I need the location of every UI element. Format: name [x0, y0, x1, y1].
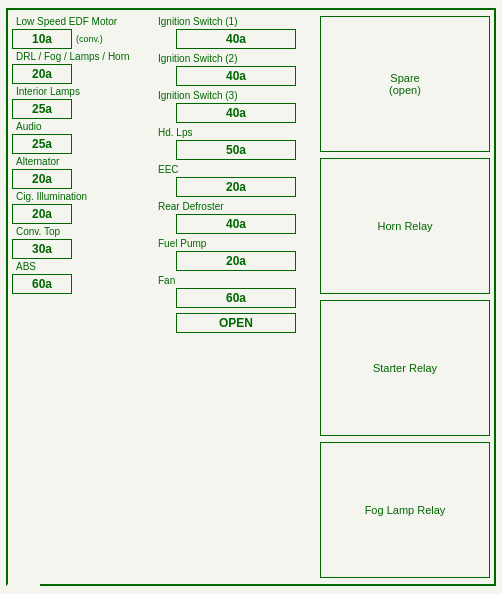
- fuse-value-rear-def: 40a: [176, 214, 296, 234]
- corner-cut: [6, 552, 40, 586]
- fuse-group-ign3: Ignition Switch (3) 40a: [156, 90, 316, 123]
- relay-label-fog-lamp: Fog Lamp Relay: [365, 504, 446, 516]
- relay-spare: Spare(open): [320, 16, 490, 152]
- fuse-label-interior: Interior Lamps: [12, 86, 80, 98]
- fuse-group-abs: ABS 60a: [12, 261, 152, 294]
- fuse-value-cig: 20a: [12, 204, 72, 224]
- fuse-value-audio: 25a: [12, 134, 72, 154]
- fuse-label-drl: DRL / Fog / Lamps / Horn: [12, 51, 130, 63]
- fuse-value-low-speed: 10a: [12, 29, 72, 49]
- fuse-box-diagram: Low Speed EDF Motor 10a (conv.) DRL / Fo…: [6, 8, 496, 586]
- fuse-label-cig: Cig. Illumination: [12, 191, 87, 203]
- relay-label-horn: Horn Relay: [377, 220, 432, 232]
- fuse-label-fuel-pump: Fuel Pump: [156, 238, 316, 250]
- relay-starter: Starter Relay: [320, 300, 490, 436]
- fuse-note-low-speed: (conv.): [76, 34, 103, 44]
- fuse-value-ign1: 40a: [176, 29, 296, 49]
- fuse-group-alternator: Alternator 20a: [12, 156, 152, 189]
- fuse-label-alternator: Alternator: [12, 156, 59, 168]
- mid-column: Ignition Switch (1) 40a Ignition Switch …: [156, 16, 316, 578]
- fuse-label-ign3: Ignition Switch (3): [156, 90, 316, 102]
- fuse-value-hdlps: 50a: [176, 140, 296, 160]
- fuse-group-ign2: Ignition Switch (2) 40a: [156, 53, 316, 86]
- fuse-label-hdlps: Hd. Lps: [156, 127, 316, 139]
- fuse-label-fan: Fan: [156, 275, 316, 287]
- relay-fog-lamp: Fog Lamp Relay: [320, 442, 490, 578]
- fuse-value-interior: 25a: [12, 99, 72, 119]
- fuse-value-drl: 20a: [12, 64, 72, 84]
- relay-label-starter: Starter Relay: [373, 362, 437, 374]
- fuse-group-rear-def: Rear Defroster 40a: [156, 201, 316, 234]
- fuse-value-fan: 60a: [176, 288, 296, 308]
- fuse-group-fuel-pump: Fuel Pump 20a: [156, 238, 316, 271]
- fuse-value-fuel-pump: 20a: [176, 251, 296, 271]
- fuse-label-rear-def: Rear Defroster: [156, 201, 316, 213]
- fuse-label-eec: EEC: [156, 164, 316, 176]
- fuse-group-cig: Cig. Illumination 20a: [12, 191, 152, 224]
- fuse-group-drl: DRL / Fog / Lamps / Horn 20a: [12, 51, 152, 84]
- fuse-value-ign3: 40a: [176, 103, 296, 123]
- fuse-label-ign1: Ignition Switch (1): [156, 16, 316, 28]
- fuse-value-ign2: 40a: [176, 66, 296, 86]
- fuse-group-eec: EEC 20a: [156, 164, 316, 197]
- fuse-label-abs: ABS: [12, 261, 36, 273]
- fuse-group-fan: Fan 60a: [156, 275, 316, 308]
- fuse-group-ign1: Ignition Switch (1) 40a: [156, 16, 316, 49]
- fuse-value-open: OPEN: [176, 313, 296, 333]
- fuse-group-low-speed: Low Speed EDF Motor 10a (conv.): [12, 16, 152, 49]
- fuse-label-ign2: Ignition Switch (2): [156, 53, 316, 65]
- fuse-group-hdlps: Hd. Lps 50a: [156, 127, 316, 160]
- relay-horn: Horn Relay: [320, 158, 490, 294]
- fuse-group-interior: Interior Lamps 25a: [12, 86, 152, 119]
- fuse-value-abs: 60a: [12, 274, 72, 294]
- fuse-value-alternator: 20a: [12, 169, 72, 189]
- fuse-group-open: OPEN: [156, 312, 316, 333]
- fuse-value-conv-top: 30a: [12, 239, 72, 259]
- right-column: Spare(open) Horn Relay Starter Relay Fog…: [320, 16, 490, 578]
- left-column: Low Speed EDF Motor 10a (conv.) DRL / Fo…: [12, 16, 152, 578]
- fuse-group-audio: Audio 25a: [12, 121, 152, 154]
- fuse-group-conv-top: Conv. Top 30a: [12, 226, 152, 259]
- fuse-value-eec: 20a: [176, 177, 296, 197]
- fuse-label-conv-top: Conv. Top: [12, 226, 60, 238]
- relay-label-spare: Spare(open): [389, 72, 421, 96]
- fuse-label-low-speed: Low Speed EDF Motor: [12, 16, 117, 28]
- fuse-label-audio: Audio: [12, 121, 42, 133]
